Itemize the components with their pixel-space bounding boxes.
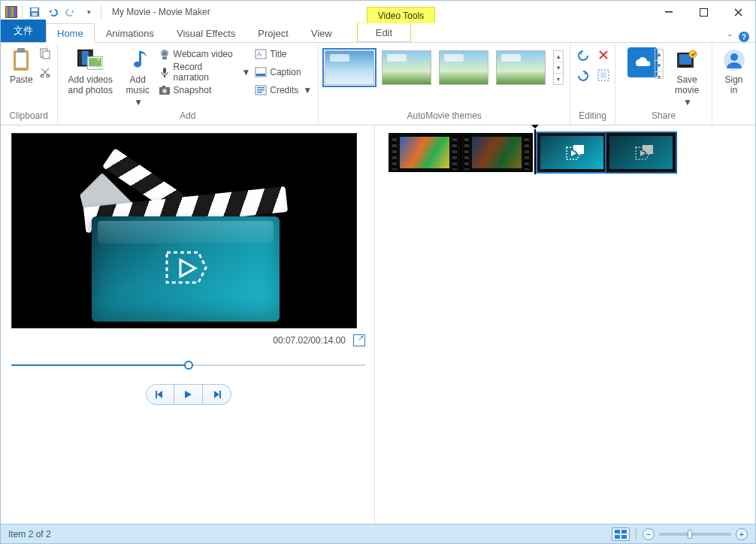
svg-point-25 — [162, 89, 167, 93]
redo-icon — [65, 7, 76, 17]
svg-text:A: A — [257, 50, 262, 58]
webcam-video-button[interactable]: Webcam video — [159, 46, 251, 62]
timeline-clip[interactable] — [537, 133, 606, 172]
snapshot-button[interactable]: Snapshot — [159, 82, 251, 98]
play-icon — [633, 145, 651, 162]
microphone-icon — [159, 66, 171, 78]
share-onedrive-button[interactable]: ▲▼▾ — [621, 46, 664, 109]
svg-rect-13 — [79, 51, 81, 65]
minimize-icon — [665, 8, 673, 16]
tab-file[interactable]: 文件 — [1, 20, 46, 42]
window-close-button[interactable] — [721, 2, 755, 23]
playhead[interactable] — [534, 129, 536, 174]
seek-thumb[interactable] — [184, 361, 193, 370]
qat-save-button[interactable] — [27, 5, 42, 20]
zoom-in-button[interactable]: + — [736, 528, 748, 540]
video-preview[interactable] — [11, 133, 357, 328]
copy-icon — [39, 47, 51, 59]
svg-rect-7 — [17, 48, 25, 53]
save-movie-button[interactable]: Save movie▼ — [668, 46, 706, 107]
ribbon-collapse-button[interactable]: ⌃ — [727, 33, 733, 41]
onedrive-icon — [627, 47, 658, 77]
cut-button[interactable] — [39, 66, 51, 80]
group-label-editing: Editing — [576, 109, 609, 123]
themes-gallery[interactable]: ▲ ▼ ▾ — [325, 46, 564, 85]
qat-redo-button[interactable] — [63, 5, 78, 20]
context-tab-group: Video Tools — [367, 1, 436, 23]
add-music-button[interactable]: Add music▼ — [122, 46, 154, 107]
tab-home[interactable]: Home — [46, 23, 95, 43]
svg-rect-48 — [615, 535, 620, 539]
sign-in-button[interactable]: Sign in — [718, 46, 749, 95]
svg-point-18 — [98, 58, 101, 61]
fullscreen-button[interactable] — [353, 334, 365, 346]
app-icon[interactable] — [5, 6, 17, 18]
prev-frame-button[interactable] — [146, 384, 174, 405]
play-icon — [183, 389, 193, 400]
window-minimize-button[interactable] — [652, 2, 686, 23]
theme-thumb[interactable] — [382, 50, 431, 85]
window-maximize-button[interactable] — [686, 2, 721, 23]
timeline-clip[interactable] — [606, 133, 676, 172]
svg-rect-26 — [162, 86, 165, 88]
view-mode-button[interactable] — [612, 527, 630, 541]
gallery-up-button[interactable]: ▲ — [554, 51, 563, 62]
theme-thumb[interactable] — [439, 50, 488, 85]
timeline-clip[interactable] — [389, 133, 461, 172]
credits-icon — [255, 84, 267, 96]
gallery-down-button[interactable]: ▼ — [554, 62, 563, 74]
chevron-down-icon: ▼ — [241, 67, 250, 77]
remove-button[interactable] — [597, 49, 609, 65]
rotate-left-button[interactable] — [576, 49, 590, 65]
caption-icon — [255, 66, 267, 78]
rotate-right-icon — [576, 69, 590, 83]
caption-button[interactable]: Caption — [255, 64, 312, 80]
add-videos-photos-button[interactable]: Add videos and photos — [64, 46, 117, 95]
timeline-clip[interactable] — [461, 133, 533, 172]
chevron-down-icon: ▼ — [134, 97, 143, 107]
tab-visual-effects[interactable]: Visual Effects — [165, 23, 246, 42]
title-button[interactable]: A Title — [255, 46, 312, 62]
share-gallery-scroll[interactable]: ▲▼▾ — [655, 49, 664, 79]
timeline[interactable] — [389, 133, 742, 178]
close-icon — [734, 8, 742, 17]
copy-button[interactable] — [39, 47, 51, 62]
zoom-thumb[interactable] — [688, 530, 692, 539]
next-frame-button[interactable] — [203, 384, 231, 405]
select-all-button[interactable] — [597, 69, 609, 85]
seek-slider[interactable] — [11, 360, 365, 370]
svg-rect-6 — [16, 53, 26, 68]
paste-button[interactable]: Paste — [6, 46, 36, 85]
gallery-scroll[interactable]: ▲ ▼ ▾ — [553, 50, 564, 85]
tab-view[interactable]: View — [300, 23, 343, 42]
svg-rect-36 — [600, 72, 606, 78]
title-icon: A — [255, 48, 267, 60]
tab-animations[interactable]: Animations — [95, 23, 165, 42]
timeline-pane[interactable] — [375, 125, 755, 524]
scissors-icon — [39, 66, 51, 78]
plus-icon: + — [739, 530, 744, 539]
status-item-count: Item 2 of 2 — [8, 529, 51, 539]
save-icon — [29, 7, 40, 17]
help-button[interactable]: ? — [739, 32, 749, 42]
svg-rect-44 — [156, 391, 157, 398]
save-movie-icon — [674, 47, 700, 73]
svg-point-43 — [730, 53, 738, 61]
play-button[interactable] — [174, 384, 203, 405]
svg-rect-22 — [163, 68, 166, 74]
rotate-right-button[interactable] — [576, 69, 590, 85]
zoom-out-button[interactable]: − — [643, 528, 655, 540]
maximize-icon — [700, 8, 708, 17]
qat-undo-button[interactable] — [45, 5, 60, 20]
playback-controls — [11, 384, 365, 405]
theme-thumb[interactable] — [496, 50, 546, 85]
tab-edit[interactable]: Edit — [357, 23, 411, 42]
theme-thumb[interactable] — [325, 50, 374, 85]
qat-customize-button[interactable]: ▾ — [81, 5, 96, 20]
tab-project[interactable]: Project — [246, 23, 299, 42]
record-narration-button[interactable]: Record narration▼ — [159, 64, 251, 80]
zoom-slider[interactable] — [659, 533, 731, 536]
credits-button[interactable]: Credits▼ — [255, 82, 312, 98]
gallery-more-button[interactable]: ▾ — [554, 74, 563, 84]
music-note-icon — [125, 47, 150, 73]
